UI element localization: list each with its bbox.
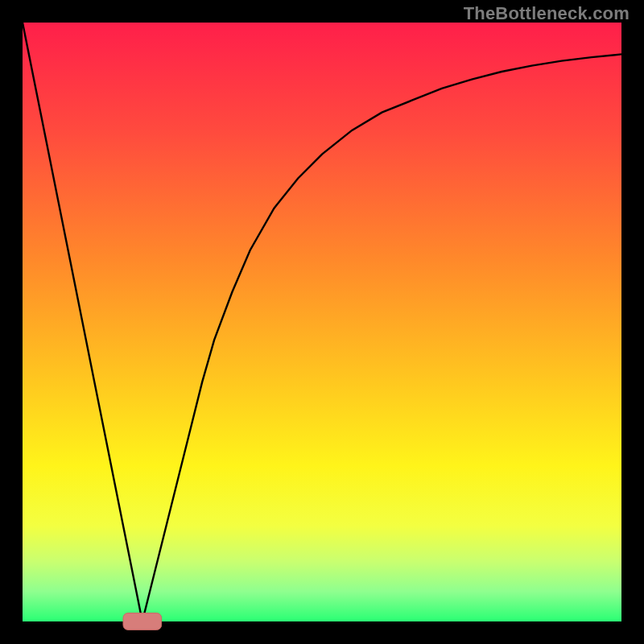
optimal-marker [123,613,162,630]
watermark-text: TheBottleneck.com [464,3,630,24]
bottleneck-chart [0,0,644,644]
plot-background [23,23,621,621]
